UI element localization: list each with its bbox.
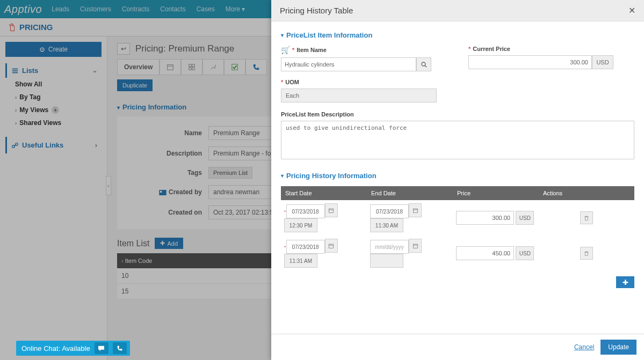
- label-uom: UOM: [285, 79, 299, 85]
- chat-widget[interactable]: Online Chat: Available: [16, 341, 130, 356]
- label-description: PriceList Item Description: [281, 111, 354, 117]
- date-picker-button[interactable]: [325, 203, 338, 217]
- end-time-input[interactable]: [370, 218, 403, 232]
- history-row: * USD: [281, 200, 634, 236]
- currency-label: USD: [592, 55, 613, 69]
- currency-badge: USD: [516, 246, 534, 260]
- date-picker-button[interactable]: [409, 203, 422, 217]
- pricing-history-table: Start Date End Date Price Actions * USD …: [281, 186, 634, 271]
- svg-rect-39: [98, 346, 104, 349]
- cancel-button[interactable]: Cancel: [574, 343, 594, 351]
- col-actions: Actions: [539, 186, 634, 200]
- label-current-price: Current Price: [473, 46, 510, 52]
- modal-footer: Cancel Update: [271, 334, 644, 360]
- update-button[interactable]: Update: [600, 340, 636, 355]
- phone-icon: [117, 345, 123, 351]
- svg-line-24: [425, 65, 426, 67]
- trash-icon: [584, 215, 589, 221]
- chat-message-button[interactable]: [95, 342, 108, 354]
- delete-row-button[interactable]: [580, 247, 593, 260]
- item-name-input[interactable]: [281, 57, 416, 71]
- start-time-input[interactable]: [284, 218, 317, 232]
- history-row: * USD: [281, 236, 634, 271]
- section-pricing-history[interactable]: Pricing History Information: [281, 172, 634, 180]
- close-button[interactable]: ✕: [628, 5, 635, 16]
- calendar-icon: [328, 243, 334, 249]
- modal-title: Pricing History Table: [280, 6, 353, 15]
- end-time-input[interactable]: [370, 254, 403, 268]
- trash-icon: [584, 251, 589, 256]
- start-date-input[interactable]: [286, 204, 325, 218]
- uom-value: Each: [281, 89, 437, 102]
- svg-rect-32: [329, 244, 333, 248]
- delete-row-button[interactable]: [580, 211, 593, 224]
- chat-icon: [98, 346, 105, 351]
- end-date-input[interactable]: [370, 240, 409, 254]
- chat-call-button[interactable]: [113, 342, 127, 354]
- currency-badge: USD: [516, 211, 534, 225]
- section-pricelist-item[interactable]: PriceList Item Information: [281, 31, 634, 39]
- svg-rect-34: [413, 244, 417, 248]
- start-time-input[interactable]: [284, 254, 317, 268]
- calendar-icon: [413, 243, 418, 249]
- item-lookup-button[interactable]: [416, 57, 431, 71]
- chat-status: Online Chat: Available: [21, 344, 90, 352]
- svg-point-23: [422, 62, 425, 66]
- col-start-date: Start Date: [281, 186, 367, 200]
- search-icon: [421, 62, 427, 68]
- modal-header: Pricing History Table ✕: [271, 0, 644, 21]
- calendar-icon: [413, 208, 418, 214]
- col-price: Price: [453, 186, 539, 200]
- end-date-input[interactable]: [370, 204, 409, 218]
- current-price-input[interactable]: [468, 55, 592, 69]
- date-picker-button[interactable]: [325, 239, 338, 253]
- description-textarea[interactable]: [281, 121, 634, 159]
- svg-rect-36: [585, 252, 588, 255]
- price-input[interactable]: [456, 246, 514, 260]
- label-item-name: Item Name: [296, 47, 327, 53]
- col-end-date: End Date: [367, 186, 453, 200]
- cart-icon: 🛒: [281, 46, 290, 54]
- price-input[interactable]: [456, 211, 514, 225]
- svg-rect-25: [329, 209, 333, 213]
- svg-rect-29: [585, 217, 588, 220]
- pricing-history-modal: Pricing History Table ✕ PriceList Item I…: [271, 0, 644, 360]
- svg-rect-27: [413, 209, 417, 213]
- date-picker-button[interactable]: [409, 239, 422, 253]
- add-history-row-button[interactable]: ✚: [616, 276, 634, 288]
- calendar-icon: [328, 208, 334, 214]
- start-date-input[interactable]: [286, 240, 325, 254]
